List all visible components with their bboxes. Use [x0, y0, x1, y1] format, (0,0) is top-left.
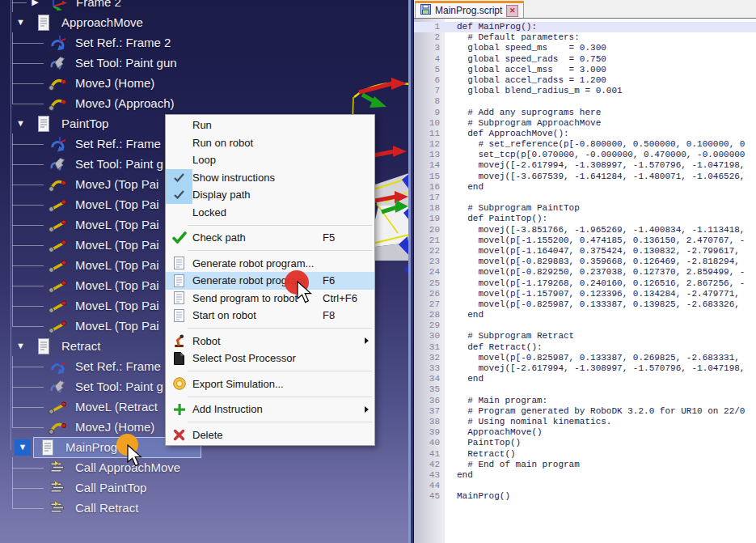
code-text: # Program generated by RoboDK 3.2.0 for …	[445, 406, 745, 417]
tree-item-call-retract[interactable]: Call Retract	[0, 498, 408, 518]
code-line[interactable]: 37 # Program generated by RoboDK 3.2.0 f…	[414, 406, 756, 417]
tree-item-set-ref-frame-2[interactable]: Set Ref.: Frame 2	[0, 32, 408, 53]
code-line[interactable]: 24 movel(p[-0.829250, 0.237038, 0.127370…	[414, 267, 756, 278]
line-number: 1	[414, 22, 445, 32]
menu-item-locked[interactable]: Locked	[166, 204, 374, 222]
tab-mainprog-script[interactable]: MainProg.script ✕	[415, 1, 524, 18]
code-line[interactable]: 13 set_tcp(p[0.070000, -0.000000, 0.4700…	[414, 150, 756, 160]
line-number: 9	[414, 108, 445, 118]
menu-item-robot[interactable]: Robot	[166, 333, 374, 350]
menu-icon-empty	[166, 117, 192, 134]
movel-icon	[47, 297, 68, 315]
code-line[interactable]: 4 global speed_rads = 0.750	[414, 54, 756, 65]
code-line[interactable]: 23 movel(p[-0.829883, 0.359668, 0.126469…	[414, 257, 756, 267]
code-line[interactable]: 40 PaintTop()	[414, 438, 756, 448]
code-text	[445, 481, 457, 491]
code-line[interactable]: 19 def PaintTop():	[414, 214, 756, 224]
tree-item-movej-home[interactable]: MoveJ (Home)	[0, 73, 408, 93]
line-number: 45	[414, 491, 445, 502]
tree-item-set-tool-paint-gun[interactable]: Set Tool: Paint gun	[0, 53, 408, 73]
code-text: # Subprogram Retract	[445, 331, 574, 341]
collapse-toggle-icon[interactable]: ▼	[15, 341, 27, 350]
tree-connector	[10, 154, 47, 174]
menu-item-delete[interactable]: Delete	[166, 426, 374, 444]
menu-item-show-instructions[interactable]: Show instructions	[166, 169, 374, 187]
code-line[interactable]: 11 def ApproachMove():	[414, 129, 756, 139]
menu-item-start-on-robot[interactable]: Start on robotF8	[166, 307, 374, 325]
code-line[interactable]: 31 def Retract():	[414, 342, 756, 353]
tree-item-label: Set Ref.: Frame	[75, 137, 161, 151]
code-line[interactable]: 32 movel(p[-0.825987, 0.133387, 0.269825…	[414, 353, 756, 363]
code-line[interactable]: 30 # Subprogram Retract	[414, 331, 756, 341]
code-text: end	[445, 470, 473, 481]
tree-item-approachmove[interactable]: ▼ApproachMove	[0, 12, 408, 32]
menu-item-send-program-to-robot[interactable]: Send program to robotCtrl+F6	[166, 290, 374, 308]
tree-item-call-painttop[interactable]: Call PaintTop	[0, 477, 408, 498]
code-line[interactable]: 7 global blend_radius_m = 0.001	[414, 86, 756, 96]
code-line[interactable]: 33 movej([-2.617994, -1.308997, -1.57079…	[414, 363, 756, 374]
code-line[interactable]: 36 # Main program:	[414, 396, 756, 406]
code-line[interactable]: 9 # Add any suprograms here	[414, 108, 756, 118]
menu-item-add-instruction[interactable]: Add Instruction	[166, 401, 374, 418]
menu-item-label: Display path	[192, 189, 370, 201]
menu-item-generate-robot-program[interactable]: Generate robot programF6	[166, 272, 374, 290]
code-line[interactable]: 21 movel(p[-1.155200, 0.474185, 0.136150…	[414, 235, 756, 246]
code-line[interactable]: 34 end	[414, 374, 756, 384]
collapse-toggle-icon[interactable]: ▼	[15, 439, 31, 456]
code-line[interactable]: 6 global accel_radss = 1.200	[414, 75, 756, 86]
code-line[interactable]: 15 movej([-3.667539, -1.641284, -1.48007…	[414, 172, 756, 182]
code-line[interactable]: 16 end	[414, 182, 756, 193]
code-line[interactable]: 12 # set_reference(p[-0.800000, 0.500000…	[414, 139, 756, 150]
tab-close-icon[interactable]: ✕	[506, 5, 518, 17]
menu-item-select-post-processor[interactable]: Select Post Processor	[166, 350, 374, 367]
expand-toggle-icon[interactable]: ▶	[29, 0, 41, 6]
code-line[interactable]: 18 # Subprogram PaintTop	[414, 203, 756, 214]
code-line[interactable]: 38 # Using nominal kinematics.	[414, 417, 756, 427]
menu-item-display-path[interactable]: Display path	[166, 186, 374, 204]
code-line[interactable]: 20 movej([-3.851766, -1.965269, -1.40083…	[414, 225, 756, 235]
code-area[interactable]: 1def MainProg():2 # Default parameters:3…	[414, 19, 756, 543]
tree-item-movej-approach[interactable]: MoveJ (Approach)	[0, 93, 408, 113]
menu-separator	[188, 250, 372, 251]
code-line[interactable]: 42 # End of main program	[414, 460, 756, 470]
code-line[interactable]: 41 Retract()	[414, 449, 756, 460]
menu-item-generate-robot-program[interactable]: Generate robot program...	[166, 255, 374, 273]
code-line[interactable]: 5 global accel_mss = 3.000	[414, 65, 756, 75]
code-line[interactable]: 26 movel(p[-1.157907, 0.123396, 0.134284…	[414, 289, 756, 299]
code-line[interactable]: 35	[414, 384, 756, 395]
tree-item-call-approachmove[interactable]: Call ApproachMove	[0, 457, 408, 477]
menu-item-loop[interactable]: Loop	[166, 151, 374, 169]
code-line[interactable]: 14 movej([-2.617994, -1.308997, -1.57079…	[414, 160, 756, 171]
panel-splitter[interactable]	[408, 0, 414, 543]
code-line[interactable]: 27 movel(p[-0.825987, 0.133387, 0.139825…	[414, 299, 756, 310]
tree-connector	[10, 174, 47, 194]
line-number: 38	[414, 417, 445, 427]
code-line[interactable]: 43end	[414, 470, 756, 481]
code-line[interactable]: 8	[414, 96, 756, 107]
menu-item-check-path[interactable]: Check pathF5	[166, 229, 374, 247]
code-line[interactable]: 3 global speed_ms = 0.300	[414, 43, 756, 53]
code-line[interactable]: 28 end	[414, 310, 756, 320]
menu-item-export-simulation[interactable]: Export Simulation...	[166, 375, 374, 393]
collapse-toggle-icon[interactable]: ▼	[15, 119, 27, 128]
code-line[interactable]: 2 # Default parameters:	[414, 32, 756, 43]
menu-item-run[interactable]: Run	[166, 117, 374, 134]
line-number: 44	[414, 481, 445, 491]
tree-connector	[10, 316, 47, 336]
code-line[interactable]: 39 ApproachMove()	[414, 427, 756, 438]
code-line[interactable]: 1def MainProg():	[414, 22, 756, 32]
code-line[interactable]: 22 movel(p[-1.164047, 0.375424, 0.130832…	[414, 246, 756, 257]
tree-item-frame-2[interactable]: ▶Frame 2	[0, 0, 408, 12]
tree-item-label: Call PaintTop	[75, 481, 146, 494]
code-line[interactable]: 17	[414, 193, 756, 203]
line-number: 40	[414, 438, 445, 448]
code-line[interactable]: 25 movel(p[-1.179268, 0.240160, 0.126516…	[414, 278, 756, 289]
code-line[interactable]: 10 # Subprogram ApproachMove	[414, 118, 756, 129]
code-line[interactable]: 44	[414, 481, 756, 491]
code-line[interactable]: 45MainProg()	[414, 491, 756, 502]
menu-item-run-on-robot[interactable]: Run on robot	[166, 134, 374, 152]
code-line[interactable]: 29	[414, 320, 756, 331]
code-text: # Add any suprograms here	[445, 108, 601, 118]
line-number: 11	[414, 129, 445, 139]
collapse-toggle-icon[interactable]: ▼	[15, 18, 27, 27]
